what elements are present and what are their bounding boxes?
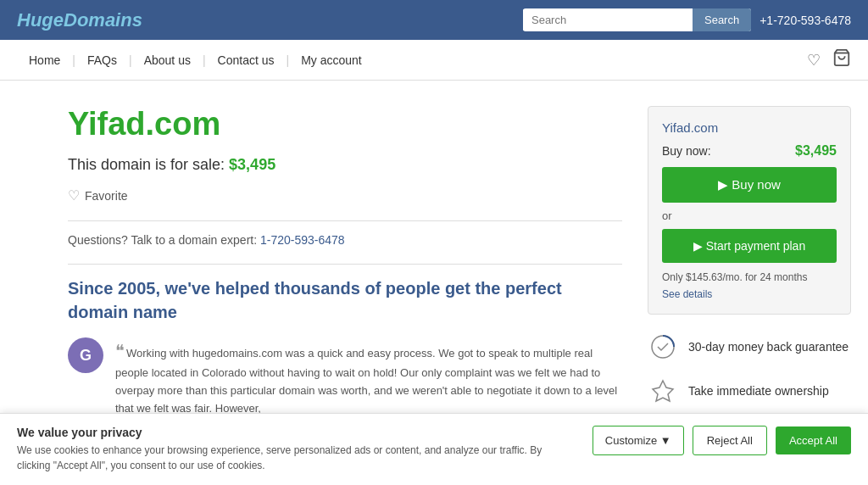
wishlist-icon[interactable]: ♡ xyxy=(807,51,821,70)
nav-item-faqs[interactable]: FAQs xyxy=(75,42,129,79)
search-button[interactable]: Search xyxy=(693,8,751,31)
review-body: Working with hugedomains.com was a quick… xyxy=(115,347,617,415)
payment-info: Only $145.63/mo. for 24 months xyxy=(662,271,837,283)
see-details-link[interactable]: See details xyxy=(662,288,712,300)
buy-now-label: Buy now: xyxy=(662,144,711,158)
card-buy-row: Buy now: $3,495 xyxy=(662,143,837,159)
logo-text: HugeDomains xyxy=(17,9,142,31)
expert-text: Questions? Talk to a domain expert: 1-72… xyxy=(68,233,622,247)
trust-item-ownership: Take immediate ownership xyxy=(648,376,851,406)
logo: HugeDomains xyxy=(17,9,142,31)
cookie-text-block: We value your privacy We use cookies to … xyxy=(17,426,576,467)
divider-2 xyxy=(68,264,622,265)
card-domain: Yifad.com xyxy=(662,120,837,135)
nav-item-about[interactable]: About us xyxy=(132,42,203,79)
trust-text-ownership: Take immediate ownership xyxy=(688,384,829,398)
reviewer-avatar: G xyxy=(68,337,103,373)
reject-button[interactable]: Reject All xyxy=(693,426,767,455)
payment-plan-button[interactable]: ▶ Start payment plan xyxy=(662,229,837,263)
cookie-banner: We value your privacy We use cookies to … xyxy=(0,413,868,467)
domain-title: Yifad.com xyxy=(68,106,622,142)
header-right: Search +1-720-593-6478 xyxy=(523,8,851,31)
nav-icons: ♡ xyxy=(807,40,851,80)
buy-now-button[interactable]: ▶ Buy now xyxy=(662,167,837,203)
header-phone: +1-720-593-6478 xyxy=(760,14,851,27)
nav: Home | FAQs | About us | Contact us | My… xyxy=(0,40,868,81)
content-right: Yifad.com Buy now: $3,495 ▶ Buy now or ▶… xyxy=(648,106,851,450)
customize-button[interactable]: Customize ▼ xyxy=(593,426,684,455)
money-back-icon xyxy=(648,332,678,362)
ownership-icon xyxy=(648,376,678,406)
expert-phone[interactable]: 1-720-593-6478 xyxy=(260,233,345,247)
nav-item-account[interactable]: My account xyxy=(289,42,374,79)
favorite-row: ♡ Favorite xyxy=(68,187,622,203)
review-text: ❝Working with hugedomains.com was a quic… xyxy=(115,337,622,417)
expert-prefix: Questions? Talk to a domain expert: xyxy=(68,233,257,247)
search-input[interactable] xyxy=(523,9,693,31)
cart-icon[interactable] xyxy=(832,48,851,71)
heart-icon[interactable]: ♡ xyxy=(68,187,80,203)
nav-links: Home | FAQs | About us | Contact us | My… xyxy=(17,42,374,79)
favorite-label[interactable]: Favorite xyxy=(85,189,128,203)
trust-text-money-back: 30-day money back guarantee xyxy=(688,340,849,354)
nav-item-contact[interactable]: Contact us xyxy=(206,42,287,79)
for-sale-prefix: This domain is for sale: xyxy=(68,156,225,173)
quote-mark: ❝ xyxy=(115,342,125,360)
divider-1 xyxy=(68,220,622,221)
main-price: $3,495 xyxy=(229,156,275,173)
cookie-title: We value your privacy xyxy=(17,426,576,439)
accept-button[interactable]: Accept All xyxy=(776,426,851,454)
for-sale-text: This domain is for sale: $3,495 xyxy=(68,156,622,174)
cookie-actions: Customize ▼ Reject All Accept All xyxy=(593,426,851,455)
header: HugeDomains Search +1-720-593-6478 xyxy=(0,0,868,40)
cookie-body: We use cookies to enhance your browsing … xyxy=(17,443,576,467)
review-block: G ❝Working with hugedomains.com was a qu… xyxy=(68,337,622,417)
nav-item-home[interactable]: Home xyxy=(17,42,72,79)
reviewer-initial: G xyxy=(80,347,92,365)
section-heading: Since 2005, we've helped thousands of pe… xyxy=(68,276,622,324)
trust-item-money-back: 30-day money back guarantee xyxy=(648,332,851,362)
card-or: or xyxy=(662,209,837,222)
content-left: Yifad.com This domain is for sale: $3,49… xyxy=(68,106,622,450)
card-price: $3,495 xyxy=(795,143,837,159)
main-content: Yifad.com This domain is for sale: $3,49… xyxy=(0,81,868,467)
price-card: Yifad.com Buy now: $3,495 ▶ Buy now or ▶… xyxy=(648,106,851,315)
search-box: Search xyxy=(523,8,751,31)
